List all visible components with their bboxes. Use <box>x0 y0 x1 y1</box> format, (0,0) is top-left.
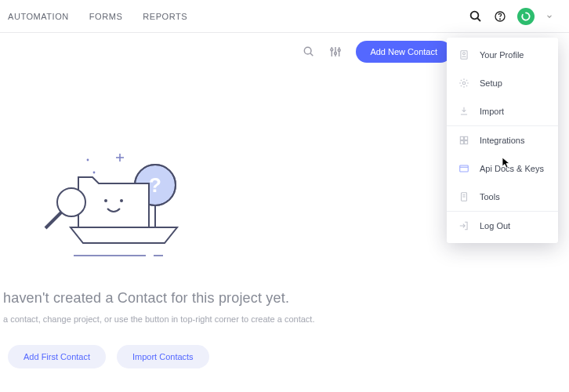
nav-tabs: AUTOMATION FORMS REPORTS <box>0 0 187 32</box>
menu-item-tools[interactable]: Tools <box>447 183 558 211</box>
search-icon[interactable] <box>303 45 315 58</box>
svg-point-34 <box>120 199 123 202</box>
svg-point-28 <box>93 172 96 174</box>
profile-dropdown: Your Profile Setup Import Integrations A… <box>447 38 558 243</box>
svg-line-36 <box>45 212 61 228</box>
api-icon <box>458 162 470 175</box>
menu-item-your-profile[interactable]: Your Profile <box>447 41 558 69</box>
menu-item-label: Tools <box>480 192 500 201</box>
menu-item-log-out[interactable]: Log Out <box>447 212 558 240</box>
svg-rect-17 <box>465 136 468 140</box>
nav-tab-automation[interactable]: AUTOMATION <box>8 12 69 21</box>
empty-state-illustration: ? <box>31 151 188 268</box>
svg-point-0 <box>471 11 479 19</box>
help-icon[interactable] <box>494 10 506 23</box>
integrations-icon <box>458 134 470 147</box>
menu-item-label: Api Docs & Keys <box>480 164 544 173</box>
svg-point-12 <box>339 49 341 52</box>
import-contacts-button[interactable]: Import Contacts <box>117 345 209 368</box>
menu-item-import[interactable]: Import <box>447 97 558 125</box>
menu-item-label: Import <box>480 107 504 116</box>
svg-rect-20 <box>460 165 469 172</box>
svg-point-33 <box>104 199 107 202</box>
menu-item-label: Log Out <box>480 221 510 230</box>
svg-line-6 <box>310 53 313 56</box>
menu-item-label: Setup <box>480 78 502 88</box>
nav-tab-forms[interactable]: FORMS <box>89 12 122 21</box>
svg-point-3 <box>500 18 501 19</box>
avatar[interactable] <box>517 8 535 25</box>
menu-item-label: Your Profile <box>480 50 524 60</box>
svg-rect-16 <box>460 136 463 140</box>
svg-point-11 <box>335 53 337 55</box>
empty-state-actions: Add First Contact Import Contacts <box>8 345 209 368</box>
top-bar: AUTOMATION FORMS REPORTS <box>0 0 569 33</box>
menu-item-setup[interactable]: Setup <box>447 69 558 97</box>
add-first-contact-button[interactable]: Add First Contact <box>8 345 106 368</box>
svg-point-14 <box>463 53 466 55</box>
top-right-controls <box>469 0 569 32</box>
menu-item-integrations[interactable]: Integrations <box>447 126 558 154</box>
nav-tab-reports[interactable]: REPORTS <box>143 12 187 21</box>
svg-rect-18 <box>460 141 463 144</box>
gear-icon <box>458 77 470 89</box>
menu-item-label: Integrations <box>480 136 524 145</box>
settings-sliders-icon[interactable] <box>329 45 342 58</box>
svg-point-15 <box>462 82 466 85</box>
svg-point-27 <box>87 159 89 162</box>
svg-line-1 <box>477 18 480 21</box>
svg-point-5 <box>305 47 312 54</box>
empty-state-heading: haven't created a Contact for this proje… <box>3 290 314 307</box>
profile-icon <box>458 49 470 61</box>
svg-rect-19 <box>465 141 468 144</box>
menu-item-api-docs-keys[interactable]: Api Docs & Keys <box>447 154 558 183</box>
svg-point-10 <box>331 49 333 51</box>
svg-text:?: ? <box>149 173 161 197</box>
chevron-down-icon[interactable] <box>545 9 553 24</box>
import-icon <box>458 105 470 118</box>
logout-icon <box>458 220 470 232</box>
svg-point-35 <box>57 188 85 216</box>
empty-state-subtext: a contact, change project, or use the bu… <box>3 314 314 324</box>
empty-state-text: haven't created a Contact for this proje… <box>0 290 317 324</box>
tools-icon <box>458 191 470 203</box>
add-new-contact-button[interactable]: Add New Contact <box>356 41 451 63</box>
search-icon[interactable] <box>469 9 483 24</box>
